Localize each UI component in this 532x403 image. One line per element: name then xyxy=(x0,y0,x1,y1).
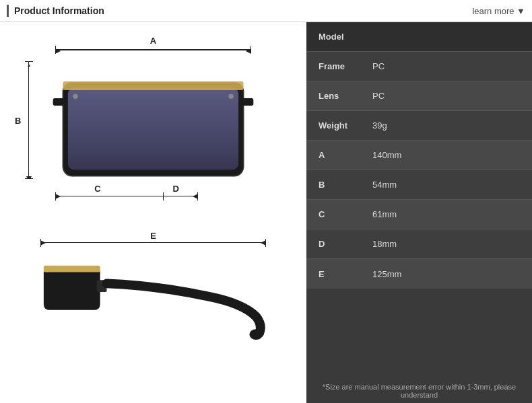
svg-marker-0 xyxy=(55,48,61,53)
spec-key-model: Model xyxy=(319,32,372,42)
diagram-panel: A B xyxy=(0,22,306,403)
arrow-right-d xyxy=(193,193,198,200)
spec-row-e: E 125mm xyxy=(306,259,532,289)
arrow-top-b xyxy=(26,64,32,67)
spec-val-b: 54mm xyxy=(372,180,397,190)
spec-key-weight: Weight xyxy=(319,120,372,131)
spec-row-d: D 18mm xyxy=(306,229,532,259)
svg-rect-6 xyxy=(63,81,243,90)
glasses-front-svg xyxy=(51,59,256,187)
dim-d-line xyxy=(163,196,198,196)
dim-a-label-row: A xyxy=(55,36,251,49)
spec-val-a: 140mm xyxy=(372,150,401,160)
spec-row-frame: Frame PC xyxy=(306,52,532,81)
spec-val-weight: 39g xyxy=(372,120,387,131)
svg-marker-3 xyxy=(26,176,32,179)
spec-row-lens: Lens PC xyxy=(306,81,532,111)
dim-a-line xyxy=(55,49,251,50)
spec-val-c: 61mm xyxy=(372,209,397,219)
spec-val-d: 18mm xyxy=(372,239,397,249)
label-d: D xyxy=(173,184,179,194)
svg-rect-9 xyxy=(53,98,67,106)
svg-rect-10 xyxy=(240,98,253,106)
glasses-front-view xyxy=(51,56,256,190)
arrow-bottom-b xyxy=(26,176,32,179)
svg-marker-1 xyxy=(246,48,251,53)
main-content: A B xyxy=(0,22,532,403)
spec-table: Model Frame PC Lens PC Weight 39g A 140m… xyxy=(306,22,532,379)
label-b: B xyxy=(15,115,21,125)
learn-more-button[interactable]: learn more ▼ xyxy=(472,6,525,16)
page-header: Product Information learn more ▼ xyxy=(0,0,532,22)
arrow-right-a xyxy=(246,48,251,53)
top-view-section: A B xyxy=(13,29,293,217)
spec-row-b: B 54mm xyxy=(306,170,532,200)
dim-cd-row: C D xyxy=(55,189,251,203)
svg-point-7 xyxy=(73,94,77,99)
side-view-section: E xyxy=(13,224,293,372)
spec-key-e: E xyxy=(319,269,372,279)
svg-point-18 xyxy=(249,329,263,340)
label-a: A xyxy=(150,36,156,46)
spec-row-model: Model xyxy=(306,22,532,52)
specs-panel: Model Frame PC Lens PC Weight 39g A 140m… xyxy=(306,22,532,403)
page-title: Product Information xyxy=(14,5,104,16)
spec-row-weight: Weight 39g xyxy=(306,111,532,141)
dim-c-line xyxy=(55,196,163,196)
spec-key-c: C xyxy=(319,209,372,219)
spec-val-frame: PC xyxy=(372,61,385,71)
svg-point-8 xyxy=(228,94,233,99)
spec-note: *Size are manual measurement error withi… xyxy=(306,379,532,403)
svg-marker-2 xyxy=(26,64,32,67)
svg-rect-16 xyxy=(44,265,100,272)
svg-marker-12 xyxy=(193,194,198,199)
spec-row-a: A 140mm xyxy=(306,141,532,170)
spec-row-c: C 61mm xyxy=(306,200,532,229)
spec-key-lens: Lens xyxy=(319,91,372,101)
header-left: Product Information xyxy=(7,5,104,17)
dim-a-container: A xyxy=(55,36,251,50)
arrow-left-c xyxy=(55,193,61,200)
spec-key-d: D xyxy=(319,239,372,249)
svg-rect-15 xyxy=(44,266,100,309)
glasses-side-svg xyxy=(37,246,269,347)
header-bar-decoration xyxy=(7,5,9,17)
arrow-left-a xyxy=(55,48,61,53)
spec-val-e: 125mm xyxy=(372,269,401,279)
spec-key-b: B xyxy=(319,180,372,190)
spec-key-frame: Frame xyxy=(319,61,372,71)
dim-b-line xyxy=(28,61,29,179)
spec-key-a: A xyxy=(319,150,372,160)
spec-val-lens: PC xyxy=(372,91,385,101)
glasses-side-view xyxy=(37,237,269,355)
svg-rect-5 xyxy=(68,87,238,170)
svg-marker-11 xyxy=(55,194,61,199)
label-c: C xyxy=(94,184,100,194)
